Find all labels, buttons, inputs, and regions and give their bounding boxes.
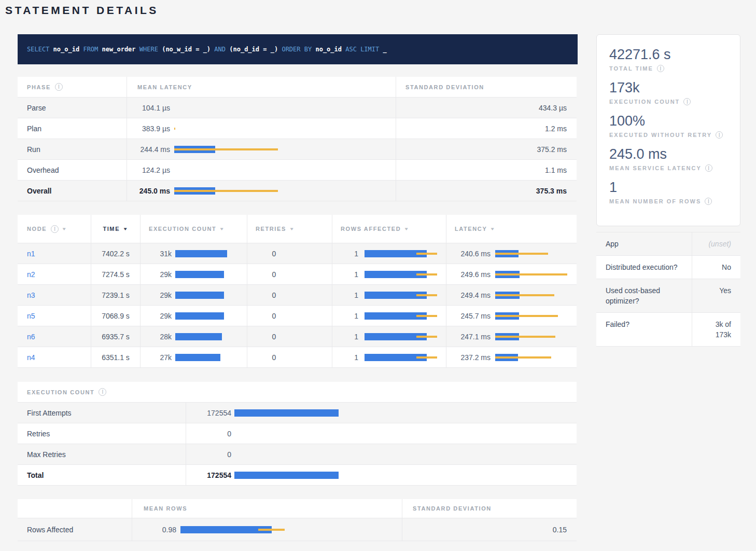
node-row: n57068.9 s29k01245.7 ms: [18, 306, 577, 326]
execution-count-column-header[interactable]: EXECUTION COUNT ▼: [140, 215, 247, 243]
mean-latency-value: 104.1 µs: [127, 104, 170, 112]
node-rows-affected-value: 1: [334, 353, 358, 362]
page-title: STATEMENT DETAILS: [5, 4, 159, 17]
attribute-row: Used cost-based optimizer?Yes: [596, 279, 740, 313]
sql-keyword: SELECT: [27, 46, 49, 53]
node-link[interactable]: n5: [27, 312, 35, 320]
standard-deviation-header-label: STANDARD DEVIATION: [405, 84, 484, 90]
node-retries-value: 0: [272, 291, 276, 299]
standard-deviation-value: 1.1 ms: [545, 166, 567, 174]
standard-deviation-value: 434.3 µs: [539, 104, 567, 112]
info-icon[interactable]: i: [683, 98, 691, 105]
node-link[interactable]: n3: [27, 291, 35, 299]
node-execution-count-value: 31k: [143, 250, 172, 258]
sql-keyword: ORDER BY: [282, 46, 312, 53]
node-retries-value: 0: [272, 250, 276, 258]
execution-count-row-label: First Attempts: [27, 409, 72, 417]
rows-affected-column-header[interactable]: ROWS AFFECTED ▼: [332, 215, 446, 243]
mean-rows-header-label: MEAN ROWS: [144, 505, 187, 512]
stat-label: TOTAL TIME: [609, 65, 653, 72]
latency-column-header[interactable]: LATENCY ▼: [446, 215, 577, 243]
info-icon[interactable]: i: [657, 65, 664, 72]
info-icon[interactable]: i: [99, 388, 106, 396]
stat-label: EXECUTION COUNT: [609, 99, 680, 105]
execution-count-bar: [175, 312, 247, 320]
sort-arrow-icon: ▼: [62, 227, 68, 231]
execution-count-bar: [175, 354, 247, 361]
execution-count-row: Retries0: [18, 423, 577, 444]
node-row: n66935.7 s28k01247.1 ms: [18, 326, 577, 347]
node-retries-value: 0: [272, 270, 276, 279]
node-row: n27274.5 s29k01249.6 ms: [18, 264, 577, 285]
standard-deviation-column-header: STANDARD DEVIATION: [402, 499, 577, 518]
execution-count-row-label: Retries: [27, 430, 50, 438]
phase-row: Run244.4 ms375.2 ms: [18, 139, 577, 160]
sql-identifier: (no_d_id = _): [229, 46, 278, 53]
rows-affected-bar: [365, 354, 446, 361]
sort-arrow-icon: ▼: [289, 227, 295, 231]
node-time-value: 7068.9 s: [102, 312, 130, 320]
node-retries-value: 0: [272, 353, 276, 362]
node-column-header[interactable]: NODE i ▼: [18, 215, 91, 243]
node-execution-count-value: 27k: [143, 353, 172, 362]
node-execution-count-value: 29k: [143, 312, 172, 320]
rows-affected-header-label: ROWS AFFECTED: [341, 226, 401, 232]
rows-affected-bar: [365, 292, 446, 299]
node-link[interactable]: n1: [27, 250, 35, 258]
attribute-row: App(unset): [596, 232, 740, 256]
standard-deviation-value: 0.15: [553, 526, 567, 534]
time-column-header[interactable]: TIME ▼: [91, 215, 140, 243]
mean-latency-bar: [174, 167, 396, 174]
retries-column-header[interactable]: RETRIES ▼: [247, 215, 332, 243]
node-rows-affected-value: 1: [334, 270, 358, 279]
execution-count-row-label: Total: [27, 471, 44, 479]
stat-label: EXECUTED WITHOUT RETRY: [609, 132, 712, 138]
execution-count-bar: [175, 271, 247, 278]
node-link[interactable]: n2: [27, 270, 35, 279]
execution-count-value: 0: [188, 430, 231, 438]
mean-latency-bar: [174, 104, 396, 112]
execution-count-bar: [234, 409, 577, 417]
node-row: n17402.2 s31k01240.6 ms: [18, 243, 577, 264]
sort-arrow-icon: ▼: [490, 227, 496, 231]
attribute-row: Failed?3k of 173k: [596, 313, 740, 347]
sql-keyword: ASC LIMIT: [345, 46, 379, 53]
attribute-row: Distributed execution?No: [596, 256, 740, 279]
info-icon[interactable]: i: [705, 198, 712, 205]
node-time-value: 7239.1 s: [102, 291, 130, 299]
execution-count-table-header: EXECUTION COUNT i: [18, 382, 577, 403]
attribute-label: App: [596, 232, 692, 255]
node-table-header: NODE i ▼ TIME ▼ EXECUTION COUNT ▼ RETRIE…: [18, 215, 577, 243]
phase-table-header: PHASE i MEAN LATENCY STANDARD DEVIATION: [18, 77, 577, 98]
phase-row: Overhead124.2 µs1.1 ms: [18, 160, 577, 181]
standard-deviation-value: 375.2 ms: [537, 145, 567, 154]
execution-count-row-label: Max Retries: [27, 450, 66, 459]
attribute-value: Yes: [692, 279, 740, 312]
info-icon[interactable]: i: [705, 164, 712, 172]
rows-affected-bar: [365, 312, 446, 320]
sql-keyword: FROM: [83, 46, 98, 53]
mean-rows-bar: [180, 526, 402, 533]
info-icon[interactable]: i: [51, 225, 59, 233]
sort-arrow-icon: ▼: [219, 227, 226, 231]
node-link[interactable]: n6: [27, 333, 35, 341]
stat-value: 173k: [609, 79, 727, 97]
stat-value: 245.0 ms: [609, 145, 727, 163]
execution-count-title: EXECUTION COUNT i: [18, 382, 106, 402]
summary-stat: 100%EXECUTED WITHOUT RETRYi: [609, 112, 727, 139]
rows-affected-row-label: Rows Affected: [27, 526, 73, 534]
rows-affected-row: Rows Affected0.980.15: [18, 518, 577, 541]
execution-count-bar: [234, 451, 577, 458]
info-icon[interactable]: i: [55, 83, 63, 91]
empty-column-header: [18, 499, 132, 518]
node-latency-value: 240.6 ms: [449, 250, 491, 258]
node-link[interactable]: n4: [27, 353, 35, 362]
node-execution-count-value: 28k: [143, 333, 172, 341]
info-icon[interactable]: i: [716, 131, 723, 139]
execution-count-bar: [234, 472, 577, 479]
time-header-label: TIME: [103, 226, 120, 232]
latency-bar: [495, 354, 577, 361]
node-time-value: 7274.5 s: [102, 270, 130, 279]
standard-deviation-header-label: STANDARD DEVIATION: [413, 505, 492, 512]
summary-stat: 42271.6 sTOTAL TIMEi: [609, 46, 727, 72]
